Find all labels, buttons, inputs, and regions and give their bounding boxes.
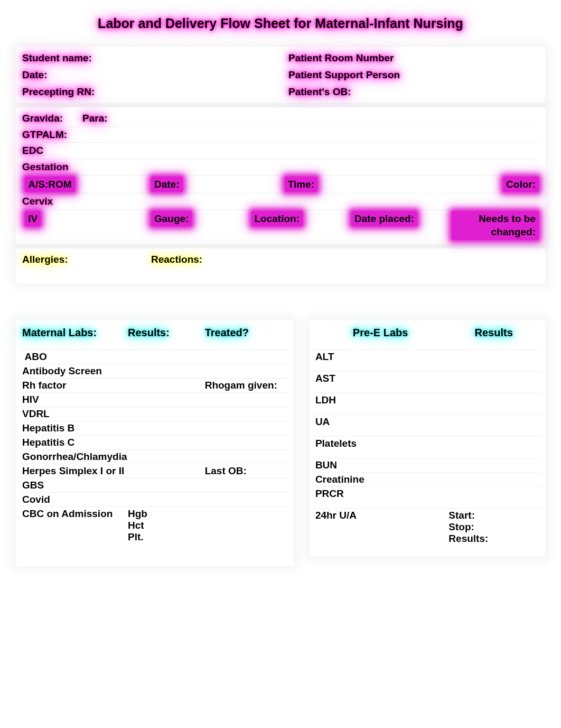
- lab-abo: ABO: [25, 351, 47, 362]
- lab-antibody: Antibody Screen: [22, 365, 102, 376]
- pree-labs-table: Pre-E Labs Results ALT AST LDH UA Platel…: [309, 320, 545, 556]
- obstetric-section: Gravida: Para: GTPALM: EDC Gestation A/S…: [16, 107, 545, 244]
- lab-gc: Gonorrhea/Chlamydia: [22, 451, 127, 462]
- asrom-label: A/S:ROM: [25, 177, 74, 192]
- labs-section: Maternal Labs: Results: Treated? ABO Ant…: [16, 320, 545, 566]
- asrom-color-label: Color:: [503, 177, 539, 192]
- asrom-time-label: Time:: [285, 177, 317, 192]
- pree-results-heading: Results: [475, 327, 513, 338]
- pree-prcr: PRCR: [315, 488, 344, 499]
- asrom-date-label: Date:: [151, 177, 183, 192]
- pree-platelets: Platelets: [315, 438, 357, 449]
- lab-cbc-plt: Plt.: [128, 531, 202, 543]
- allergies-label: Allergies:: [22, 254, 68, 265]
- gtpalm-label: GTPALM:: [22, 129, 67, 140]
- allergies-section: Allergies: Reactions:: [16, 248, 545, 283]
- lab-hiv: HIV: [22, 394, 39, 405]
- pree-24hr-results: Results:: [448, 533, 539, 545]
- page-title-text: Labor and Delivery Flow Sheet for Matern…: [98, 16, 463, 31]
- maternal-labs-table: Maternal Labs: Results: Treated? ABO Ant…: [16, 320, 293, 566]
- precepting-rn-label: Precepting RN:: [22, 86, 95, 98]
- lab-gbs: GBS: [22, 480, 44, 491]
- iv-label: IV: [25, 211, 41, 227]
- edc-label: EDC: [22, 145, 43, 156]
- patient-room-label: Patient Room Number: [288, 52, 394, 64]
- patient-ob-label: Patient's OB:: [288, 86, 351, 98]
- pree-24hr-ua: 24hr U/A: [315, 510, 357, 521]
- student-name-label: Student name:: [22, 52, 92, 64]
- page-title: Labor and Delivery Flow Sheet for Matern…: [16, 16, 545, 31]
- date-label: Date:: [22, 69, 48, 81]
- pree-24hr-start: Start:: [448, 510, 539, 521]
- pree-24hr-stop: Stop:: [448, 521, 539, 533]
- lab-last-ob: Last OB:: [205, 465, 247, 476]
- pree-ast: AST: [315, 373, 335, 384]
- pree-creatinine: Creatinine: [315, 474, 364, 485]
- pree-ua: UA: [315, 416, 330, 427]
- para-label: Para:: [82, 113, 108, 124]
- iv-gauge-label: Gauge:: [151, 211, 192, 227]
- maternal-labs-heading: Maternal Labs:: [22, 327, 97, 338]
- header-info: Student name: Patient Room Number Date: …: [16, 47, 545, 103]
- lab-hepc: Hepatitis C: [22, 437, 74, 448]
- pree-heading: Pre-E Labs: [353, 327, 408, 338]
- reactions-label: Reactions:: [151, 254, 202, 265]
- lab-covid: Covid: [22, 494, 50, 505]
- lab-rh: Rh factor: [22, 380, 66, 391]
- lab-hsv: Herpes Simplex I or II: [22, 465, 124, 476]
- cervix-label: Cervix: [22, 196, 53, 207]
- gravida-label: Gravida:: [22, 113, 63, 124]
- gestation-label: Gestation: [22, 161, 69, 172]
- iv-change-label: Needs to be changed:: [452, 211, 539, 240]
- lab-cbc-hgb: Hgb: [128, 508, 202, 520]
- lab-hepb: Hepatitis B: [22, 422, 74, 434]
- lab-cbc: CBC on Admission: [22, 508, 113, 519]
- pree-ldh: LDH: [315, 394, 336, 406]
- lab-cbc-hct: Hct: [128, 520, 202, 531]
- lab-rhogam: Rhogam given:: [205, 380, 277, 391]
- iv-location-label: Location:: [251, 211, 303, 227]
- pree-alt: ALT: [315, 351, 334, 362]
- support-person-label: Patient Support Person: [288, 69, 400, 81]
- iv-date-placed-label: Date placed:: [351, 211, 417, 227]
- maternal-results-heading: Results:: [128, 327, 170, 338]
- maternal-treated-heading: Treated?: [205, 327, 249, 338]
- pree-bun: BUN: [315, 459, 337, 471]
- lab-vdrl: VDRL: [22, 408, 50, 419]
